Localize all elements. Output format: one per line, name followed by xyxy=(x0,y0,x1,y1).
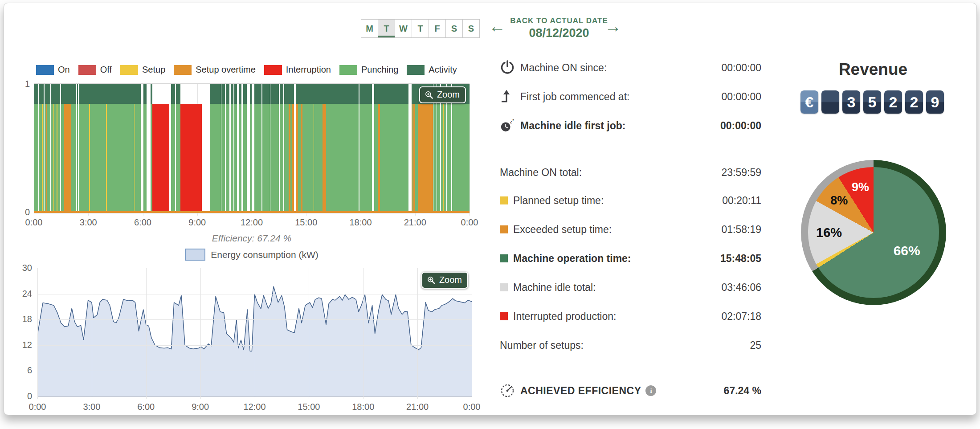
activity-segment xyxy=(34,84,38,104)
stat-label: Machine ON since: xyxy=(520,62,607,74)
weekday-6[interactable]: S xyxy=(462,19,480,38)
timeline-segment-p xyxy=(210,104,220,213)
timeline-zoom-button[interactable]: Zoom xyxy=(419,86,466,103)
timeline-segment-p xyxy=(176,104,180,213)
timeline-baseline xyxy=(34,211,470,213)
weekday-selector: MTWTFSS xyxy=(361,19,480,38)
energy-legend-label: Energy consumption (kW) xyxy=(211,249,318,260)
revenue-digit-5: 9 xyxy=(926,90,944,114)
stat-value: 67.24 % xyxy=(724,385,761,397)
timeline-x-axis: 0:003:006:009:0012:0015:0018:0021:000:00 xyxy=(34,217,470,228)
zoom-button-label: Zoom xyxy=(439,275,462,285)
timeline-chart[interactable]: Zoom xyxy=(34,83,470,213)
activity-segment xyxy=(47,84,50,104)
timeline-segment-p xyxy=(280,104,283,213)
timeline-segment-i xyxy=(152,104,169,213)
date-navigator[interactable]: BACK TO ACTUAL DATE 08/12/2020 xyxy=(506,16,612,40)
timeline-segment-p xyxy=(57,104,60,213)
timeline-segment-p xyxy=(284,104,289,213)
stat-label: Planned setup time: xyxy=(513,195,604,207)
activity-segment xyxy=(243,84,247,104)
x-tick-label: 12:00 xyxy=(243,402,265,412)
timeline-segment-p xyxy=(374,104,378,213)
back-to-actual-date-label[interactable]: BACK TO ACTUAL DATE xyxy=(506,16,612,25)
next-day-arrow-icon[interactable]: → xyxy=(604,17,621,35)
activity-segment xyxy=(64,84,71,104)
stat-label: Machine idle total: xyxy=(513,282,596,294)
weekday-2[interactable]: W xyxy=(395,19,412,38)
stat-row-9: Number of setups:25 xyxy=(500,337,761,354)
timeline-segment-p xyxy=(79,104,89,213)
stat-color-swatch xyxy=(500,283,508,291)
timeline-segment-p xyxy=(71,104,76,213)
energy-y-tick: 0 xyxy=(19,391,32,401)
info-icon[interactable]: i xyxy=(645,385,656,396)
weekday-3[interactable]: T xyxy=(412,19,429,38)
weekday-5[interactable]: S xyxy=(445,19,463,38)
timeline-y-max: 1 xyxy=(16,79,30,89)
revenue-digit-3: 2 xyxy=(884,90,902,114)
weekday-4[interactable]: F xyxy=(429,19,446,38)
activity-segment xyxy=(226,84,229,104)
activity-segment xyxy=(262,84,270,104)
activity-segment xyxy=(326,84,359,104)
timeline-segment-o xyxy=(292,104,294,213)
timeline-segment-p xyxy=(107,104,133,213)
activity-segment xyxy=(314,84,323,104)
revenue-odometer: €35229 xyxy=(800,90,944,114)
stat-value: 00:00:00 xyxy=(721,91,761,103)
activity-segment xyxy=(77,84,78,104)
timeline-segment-p xyxy=(359,104,372,213)
timeline-segment-o xyxy=(418,104,433,213)
pie-slice-label: 9% xyxy=(852,180,869,194)
efficiency-caption: Efficiency: 67.24 % xyxy=(34,233,470,244)
dashboard-card: MTWTFSS ← BACK TO ACTUAL DATE 08/12/2020… xyxy=(4,3,977,415)
stat-row-6: Machine operation time:15:48:05 xyxy=(500,250,761,267)
x-tick-label: 6:00 xyxy=(137,402,155,412)
legend-swatch xyxy=(339,65,357,75)
timeline-segment-p xyxy=(270,104,279,213)
stat-color-swatch xyxy=(500,312,508,320)
timeline-segment-p xyxy=(254,104,261,213)
timeline-segment-p xyxy=(171,104,175,213)
activity-segment xyxy=(39,84,42,104)
activity-segment xyxy=(270,84,279,104)
stat-row-0: Machine ON since:00:00:00 xyxy=(500,59,761,76)
stat-label: Machine operation time: xyxy=(513,253,631,265)
stat-row-2: zzMachine idle first job:00:00:00 xyxy=(500,117,761,134)
x-tick-label: 9:00 xyxy=(188,217,206,228)
x-tick-label: 18:00 xyxy=(349,217,372,228)
activity-segment xyxy=(210,84,220,104)
energy-y-tick: 30 xyxy=(19,263,32,273)
energy-chart[interactable]: Zoom xyxy=(37,268,472,397)
x-tick-label: 0:00 xyxy=(463,402,481,412)
timeline-segment-p xyxy=(437,104,440,213)
previous-day-arrow-icon[interactable]: ← xyxy=(489,17,506,35)
stat-row-10: ACHIEVED EFFICIENCYi67.24 % xyxy=(500,382,761,399)
weekday-0[interactable]: M xyxy=(361,19,378,38)
x-tick-label: 15:00 xyxy=(295,217,317,228)
stat-value: 00:00:00 xyxy=(720,120,761,132)
x-tick-label: 21:00 xyxy=(404,217,426,228)
energy-y-tick: 18 xyxy=(19,314,32,324)
timeline-segment-p xyxy=(90,104,106,213)
timeline-segment-i xyxy=(180,104,202,213)
x-tick-label: 3:00 xyxy=(80,217,97,228)
currency-tile: € xyxy=(800,90,818,114)
activity-segment xyxy=(280,84,283,104)
timeline-segment-p xyxy=(61,104,64,213)
energy-zoom-button[interactable]: Zoom xyxy=(421,272,468,289)
stat-value: 02:07:18 xyxy=(721,311,761,323)
activity-segment xyxy=(374,84,378,104)
timeline-segment-p xyxy=(444,104,446,213)
magnifier-plus-icon xyxy=(427,276,436,285)
activity-segment xyxy=(176,84,180,104)
activity-segment xyxy=(234,84,237,104)
stat-value: 15:48:05 xyxy=(720,253,761,265)
timeline-segment-p xyxy=(314,104,323,213)
legend-swatch xyxy=(78,65,96,75)
weekday-1[interactable]: T xyxy=(378,19,395,38)
stat-label: Interrupted production: xyxy=(513,311,616,323)
legend-swatch xyxy=(264,65,282,75)
revenue-digit-4: 2 xyxy=(905,90,923,114)
